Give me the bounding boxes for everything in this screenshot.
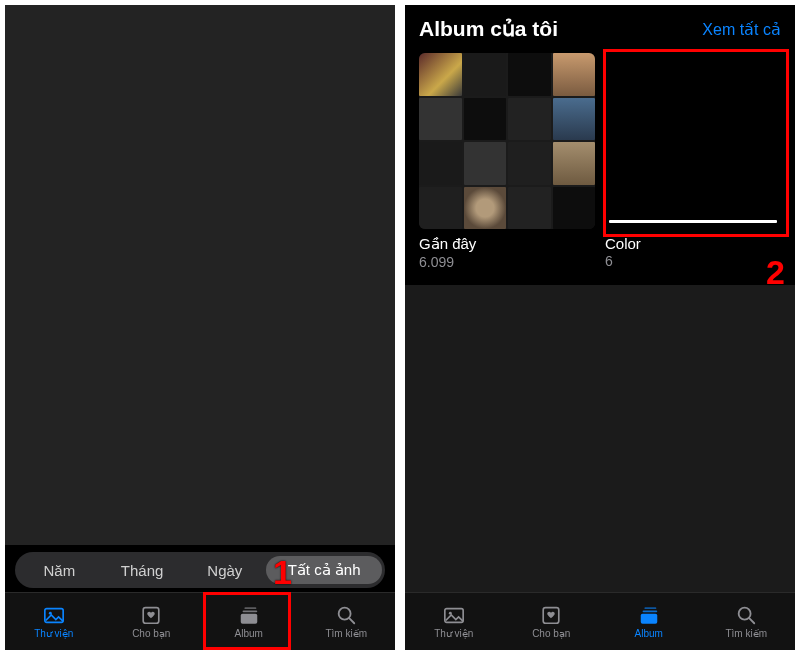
tab-search-label: Tìm kiếm <box>325 628 367 639</box>
phone-screenshot-1: Năm Tháng Ngày Tất cả ảnh Thư viện Cho b… <box>5 5 395 650</box>
tab-for-you[interactable]: Cho bạn <box>103 593 201 650</box>
library-icon <box>442 604 466 626</box>
see-all-link[interactable]: Xem tất cả <box>702 20 781 39</box>
album-label: Color <box>605 235 781 252</box>
album-thumb-color <box>605 53 781 229</box>
segment-all-photos[interactable]: Tất cả ảnh <box>266 556 382 584</box>
album-count: 6 <box>605 253 781 269</box>
tab-for-you-label: Cho bạn <box>532 628 570 639</box>
tab-album-label: Album <box>235 628 263 639</box>
phone-screenshot-2: Album của tôi Xem tất cả Gần đây 6.099 <box>405 5 795 650</box>
segment-day[interactable]: Ngày <box>183 557 266 584</box>
photo-viewer-area <box>5 5 395 545</box>
svg-rect-3 <box>244 607 256 609</box>
time-filter-segmented: Năm Tháng Ngày Tất cả ảnh <box>15 552 385 588</box>
svg-line-15 <box>749 618 754 623</box>
search-icon <box>334 604 358 626</box>
tab-album[interactable]: Album <box>600 593 698 650</box>
tab-library-label: Thư viện <box>34 628 73 639</box>
empty-area <box>405 285 795 592</box>
library-icon <box>42 604 66 626</box>
search-icon <box>734 604 758 626</box>
tab-for-you-label: Cho bạn <box>132 628 170 639</box>
tab-bar: Thư viện Cho bạn Album Tìm kiếm <box>5 592 395 650</box>
tab-album-label: Album <box>635 628 663 639</box>
svg-rect-8 <box>445 609 463 623</box>
album-label: Gần đây <box>419 235 595 253</box>
svg-line-7 <box>349 618 354 623</box>
page-title: Album của tôi <box>419 17 558 41</box>
for-you-icon <box>139 604 163 626</box>
svg-rect-4 <box>242 610 257 612</box>
segment-year[interactable]: Năm <box>18 557 101 584</box>
tab-album[interactable]: Album <box>200 593 298 650</box>
album-card-color[interactable]: Color 6 <box>605 53 781 270</box>
for-you-icon <box>539 604 563 626</box>
albums-header: Album của tôi Xem tất cả <box>419 13 781 45</box>
album-thumb-recents <box>419 53 595 229</box>
tab-search-label: Tìm kiếm <box>725 628 767 639</box>
svg-rect-0 <box>45 609 63 623</box>
tab-for-you[interactable]: Cho bạn <box>503 593 601 650</box>
svg-rect-11 <box>644 607 656 609</box>
album-card-recents[interactable]: Gần đây 6.099 <box>419 53 595 270</box>
svg-rect-12 <box>642 610 657 612</box>
album-count: 6.099 <box>419 254 595 270</box>
tab-library-label: Thư viện <box>434 628 473 639</box>
tab-search[interactable]: Tìm kiếm <box>298 593 396 650</box>
tab-search[interactable]: Tìm kiếm <box>698 593 796 650</box>
svg-rect-5 <box>241 614 258 624</box>
tab-library[interactable]: Thư viện <box>5 593 103 650</box>
segment-month[interactable]: Tháng <box>101 557 184 584</box>
tab-bar: Thư viện Cho bạn Album Tìm kiếm <box>405 592 795 650</box>
albums-row[interactable]: Gần đây 6.099 Color 6 <box>419 53 795 270</box>
album-icon <box>637 604 661 626</box>
album-icon <box>237 604 261 626</box>
svg-rect-13 <box>641 614 658 624</box>
tab-library[interactable]: Thư viện <box>405 593 503 650</box>
